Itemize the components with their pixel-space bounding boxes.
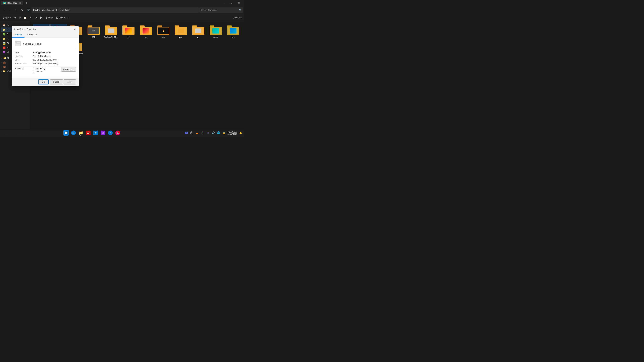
tab-customize[interactable]: Customize <box>24 32 40 37</box>
dialog-title-text: AURA, … Properties <box>17 28 71 30</box>
ok-button[interactable]: OK <box>38 79 48 84</box>
properties-dialog: 🗎 AURA, … Properties ✕ General Customize <box>12 26 79 86</box>
type-value: All of type File folder <box>33 51 51 54</box>
attributes-section: Attributes: Read-only Hidden Advanced... <box>14 67 76 73</box>
prop-row-type: Type: All of type File folder <box>14 51 76 54</box>
advanced-button[interactable]: Advanced... <box>61 67 76 71</box>
readonly-label: Read-only <box>36 67 45 70</box>
tab-general[interactable]: General <box>12 32 24 37</box>
dialog-close-button[interactable]: ✕ <box>72 27 77 31</box>
dialog-tabs: General Customize <box>12 32 79 38</box>
size-value: 290 MB (305,062,519 bytes) <box>33 59 58 61</box>
dialog-title-icon: 🗎 <box>14 28 16 30</box>
hidden-row: Hidden <box>33 70 45 73</box>
dialog-overlay: 🗎 AURA, … Properties ✕ General Customize <box>0 0 244 137</box>
svg-rect-7 <box>15 41 17 42</box>
prop-row-attributes: Attributes: Read-only Hidden Advanced... <box>14 67 76 73</box>
prop-row-size: Size: 290 MB (305,062,519 bytes) <box>14 59 76 61</box>
prop-row-size-on-disk: Size on disk: 291 MB (305,180,672 bytes) <box>14 62 76 65</box>
size-label: Size: <box>14 59 31 61</box>
apply-button[interactable]: Apply <box>64 79 76 84</box>
location-value: All in D:\Downloads <box>33 55 50 57</box>
readonly-row: Read-only <box>33 67 45 70</box>
size-on-disk-value: 291 MB (305,180,672 bytes) <box>33 62 58 65</box>
hidden-label: Hidden <box>36 70 42 73</box>
dialog-file-info: 61 Files, 2 Folders <box>14 40 76 49</box>
location-label: Location: <box>14 55 31 57</box>
dialog-body: 61 Files, 2 Folders Type: All of type Fi… <box>12 38 79 78</box>
size-on-disk-label: Size on disk: <box>14 62 31 65</box>
cancel-button[interactable]: Cancel <box>50 79 63 84</box>
attributes-label: Attributes: <box>14 67 31 70</box>
readonly-checkbox[interactable] <box>33 68 35 70</box>
dialog-titlebar: 🗎 AURA, … Properties ✕ <box>12 26 79 32</box>
attributes-controls: Read-only Hidden <box>33 67 45 73</box>
prop-row-location: Location: All in D:\Downloads <box>14 55 76 57</box>
dialog-file-count: 61 Files, 2 Folders <box>23 42 41 45</box>
dialog-divider <box>14 66 76 66</box>
type-label: Type: <box>14 51 31 54</box>
dialog-file-icon <box>14 40 21 47</box>
hidden-checkbox[interactable] <box>33 71 35 73</box>
dialog-footer: OK Cancel Apply <box>12 78 79 86</box>
